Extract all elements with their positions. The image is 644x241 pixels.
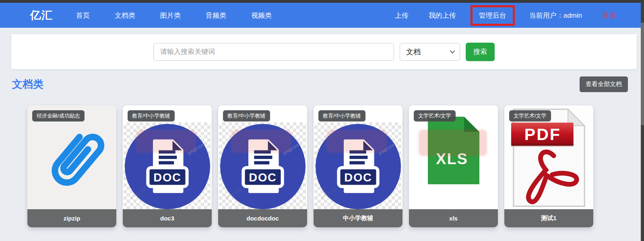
current-user-label: 当前用户：admin xyxy=(529,11,582,20)
watermark-logo xyxy=(326,130,387,153)
category-tag: 教育/中小学教辅 xyxy=(223,110,270,122)
document-card[interactable]: 教育/中小学教辅 pngtree pngtree DOC xyxy=(314,105,402,227)
document-title: 中小学教辅 xyxy=(314,209,402,227)
nav-item-home[interactable]: 首页 xyxy=(76,11,90,20)
nav-item-documents[interactable]: 文档类 xyxy=(115,11,135,20)
category-select[interactable]: 文档 xyxy=(400,43,460,61)
document-title: 测试1 xyxy=(504,209,593,227)
category-tag: 教育/中小学教辅 xyxy=(128,110,175,122)
watermark-logo xyxy=(136,130,196,153)
document-title: xls xyxy=(409,209,498,227)
document-title: zipzip xyxy=(27,209,116,227)
category-tag: 教育/中小学教辅 xyxy=(318,110,365,122)
svg-text:DOC: DOC xyxy=(153,171,181,184)
document-title: docdocdoc xyxy=(218,209,307,227)
nav-right: 上传 我的上传 管理后台 当前用户：admin 退出 xyxy=(395,9,641,22)
window-top-edge xyxy=(0,0,644,3)
section-title: 文档类 xyxy=(12,77,43,91)
section-header: 文档类 查看全部文档 xyxy=(12,76,628,92)
watermark-logo xyxy=(231,130,291,153)
document-card[interactable]: 文学艺术/文学 XLS xls xyxy=(409,105,498,227)
search-input[interactable] xyxy=(153,43,394,61)
scrollbar-thumb[interactable] xyxy=(641,23,644,125)
nav-item-images[interactable]: 图片类 xyxy=(160,11,181,20)
document-card[interactable]: 文学艺术/文学 PDF 测试1 xyxy=(504,105,593,227)
document-cards-row: 经济金融/成功励志 zipzip 教育/中小学教辅 pngtree pngtre… xyxy=(27,105,593,227)
nav-item-video[interactable]: 视频类 xyxy=(251,11,272,20)
transparency-checkerboard: pngtree pngtree DOC xyxy=(314,122,402,209)
document-title: doc3 xyxy=(123,209,212,227)
nav-item-my-uploads[interactable]: 我的上传 xyxy=(429,11,456,20)
svg-text:PDF: PDF xyxy=(524,125,561,144)
category-select-wrap: 文档 xyxy=(400,43,460,61)
document-card[interactable]: 经济金融/成功励志 zipzip xyxy=(27,105,116,227)
category-tag: 文学艺术/文学 xyxy=(509,110,551,122)
transparency-checkerboard: pngtree pngtree DOC xyxy=(124,122,211,209)
search-bar-panel: 文档 搜索 xyxy=(11,34,637,69)
pdf-file-icon: PDF xyxy=(510,107,588,208)
nav-item-upload[interactable]: 上传 xyxy=(395,11,409,20)
watermark-logo xyxy=(419,130,487,156)
annotation-highlight-box: 管理后台 xyxy=(471,5,515,26)
scrollbar-track[interactable] xyxy=(641,0,644,241)
svg-text:DOC: DOC xyxy=(249,171,277,184)
document-card[interactable]: 教育/中小学教辅 pngtree pngtree DOC xyxy=(123,105,212,227)
site-logo[interactable]: 亿汇 xyxy=(30,8,53,23)
nav-item-admin-backend[interactable]: 管理后台 xyxy=(479,12,506,19)
navbar: 亿汇 首页 文档类 图片类 音频类 视频类 上传 我的上传 管理后台 当前用户：… xyxy=(0,3,641,28)
document-card[interactable]: 教育/中小学教辅 pngtree pngtree DOC xyxy=(218,105,307,227)
view-all-documents-button[interactable]: 查看全部文档 xyxy=(580,76,628,92)
search-button[interactable]: 搜索 xyxy=(466,43,495,61)
logout-link[interactable]: 退出 xyxy=(602,11,616,20)
nav-item-audio[interactable]: 音频类 xyxy=(206,11,226,20)
paperclip-icon xyxy=(27,107,116,206)
category-tag: 经济金融/成功励志 xyxy=(32,110,85,122)
transparency-checkerboard: pngtree pngtree DOC xyxy=(219,122,306,209)
nav-left: 首页 文档类 图片类 音频类 视频类 xyxy=(76,11,272,20)
category-tag: 文学艺术/文学 xyxy=(414,110,456,122)
svg-text:DOC: DOC xyxy=(344,171,372,184)
